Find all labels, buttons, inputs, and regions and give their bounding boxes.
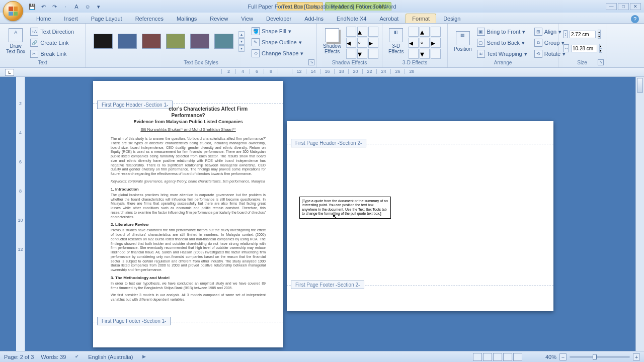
size-dialog-launcher[interactable]: ↘: [598, 59, 604, 65]
status-language[interactable]: English (Australia): [88, 354, 133, 360]
gallery-up-icon[interactable]: ▴: [238, 31, 245, 38]
view-buttons[interactable]: [473, 353, 522, 361]
threed-icon: ◧: [389, 28, 403, 42]
style-gallery[interactable]: [89, 30, 238, 53]
close-button[interactable]: ✕: [630, 3, 641, 10]
nudge-center-icon[interactable]: ◦: [357, 38, 367, 48]
help-icon[interactable]: ?: [631, 15, 639, 23]
style-swatch-3[interactable]: [142, 34, 161, 49]
threed-tilt-grid[interactable]: ▴ ◂◦▸ ▾: [407, 25, 443, 58]
tilt-down-icon[interactable]: ▾: [420, 49, 430, 59]
zoom-in-button[interactable]: +: [633, 353, 640, 360]
nudge-left-icon[interactable]: ◂: [346, 38, 356, 48]
style-swatch-2[interactable]: [118, 34, 137, 49]
draw-textbox-button[interactable]: A Draw Text Box: [3, 25, 28, 58]
tilt-left-icon[interactable]: ◂: [409, 38, 419, 48]
sec-intro: 1. Introduction: [111, 187, 266, 192]
style-swatch-6[interactable]: [214, 34, 233, 49]
style-swatch-5[interactable]: [190, 34, 209, 49]
tab-design[interactable]: Design: [437, 14, 466, 23]
change-shape-button[interactable]: ◇Change Shape ▾: [250, 48, 305, 58]
tab-format[interactable]: Format: [406, 14, 436, 23]
redo-icon[interactable]: ↷: [50, 3, 58, 11]
gallery-more-icon[interactable]: ▾: [238, 45, 245, 52]
status-page[interactable]: Page: 2 of 3: [4, 354, 34, 360]
height-input[interactable]: [570, 31, 596, 38]
zoom-thumb[interactable]: [593, 354, 597, 360]
zoom-out-button[interactable]: −: [559, 353, 567, 360]
view-web-layout[interactable]: [493, 353, 502, 361]
page-2[interactable]: First Page Header -Section 2- [Type a qu…: [287, 121, 553, 311]
width-input[interactable]: [571, 45, 597, 52]
height-up[interactable]: ▴: [598, 30, 601, 34]
position-button[interactable]: ▦ Position: [451, 25, 475, 58]
tab-page-layout[interactable]: Page Layout: [85, 14, 128, 23]
horizontal-ruler[interactable]: L 2468121416182022242628: [0, 68, 644, 77]
tab-home[interactable]: Home: [30, 14, 57, 23]
view-outline[interactable]: [503, 353, 512, 361]
threed-effects-button[interactable]: ◧ 3-D Effects: [385, 25, 407, 58]
tab-selector[interactable]: L: [5, 69, 14, 76]
doc-subtitle: Evidence from Malaysian Public Listed Co…: [111, 119, 266, 124]
maximize-button[interactable]: □: [618, 3, 629, 10]
styles-dialog-launcher[interactable]: ↘: [308, 59, 314, 65]
width-down[interactable]: ▾: [599, 48, 602, 53]
tilt-right-icon[interactable]: ▸: [431, 38, 441, 48]
nudge-down-icon[interactable]: ▾: [357, 49, 367, 59]
save-icon[interactable]: 💾: [28, 3, 36, 11]
group-label-threed: 3-D Effects: [385, 59, 444, 66]
macro-icon[interactable]: ▶: [140, 353, 148, 361]
font-icon[interactable]: A: [72, 3, 80, 11]
height-down[interactable]: ▾: [598, 34, 601, 39]
tab-view[interactable]: View: [235, 14, 259, 23]
tilt-up-icon[interactable]: ▴: [420, 27, 430, 37]
tab-endnote[interactable]: EndNote X4: [331, 14, 372, 23]
vertical-ruler[interactable]: 24681012: [16, 77, 25, 351]
tab-references[interactable]: References: [129, 14, 170, 23]
status-words[interactable]: Words: 39: [41, 354, 66, 360]
view-draft[interactable]: [513, 353, 522, 361]
bring-front-button[interactable]: ▣Bring to Front ▾: [475, 27, 529, 37]
spellcheck-icon[interactable]: ✔: [73, 353, 81, 361]
pull-quote-textbox[interactable]: [Type a quote from the document or the s…: [299, 197, 391, 219]
tab-insert[interactable]: Insert: [58, 14, 84, 23]
sec-method: 3. The Methodology and Model: [111, 276, 266, 280]
scrollbar-thumb[interactable]: [637, 78, 643, 93]
text-direction-button[interactable]: ↕AText Direction: [28, 27, 76, 37]
nudge-right-icon[interactable]: ▸: [368, 38, 378, 48]
shadow-nudge-grid[interactable]: ▴ ◂◦▸ ▾: [344, 25, 380, 58]
width-up[interactable]: ▴: [599, 44, 602, 48]
vertical-scrollbar[interactable]: [635, 77, 644, 351]
text-wrap-button[interactable]: ≋Text Wrapping ▾: [475, 49, 529, 59]
office-button[interactable]: [3, 1, 23, 21]
qat-dropdown-icon[interactable]: ▾: [95, 3, 103, 11]
create-link-button[interactable]: 🔗Create Link: [28, 38, 76, 48]
rotate-icon: ⟲: [534, 50, 542, 58]
shape-fill-button[interactable]: 🪣Shape Fill ▾: [250, 26, 305, 36]
tab-addins[interactable]: Add-Ins: [298, 14, 330, 23]
zoom-slider[interactable]: [570, 356, 630, 358]
nudge-up-icon[interactable]: ▴: [357, 27, 367, 37]
qat-sep: ·: [61, 3, 69, 11]
tilt-center-icon[interactable]: ◦: [420, 38, 430, 48]
view-print-layout[interactable]: [473, 353, 482, 361]
style-swatch-4[interactable]: [166, 34, 185, 49]
page-1[interactable]: First Page Header -Section 1- Do Board o…: [93, 81, 283, 347]
undo-icon[interactable]: ↶: [39, 3, 47, 11]
gallery-down-icon[interactable]: ▾: [238, 38, 245, 45]
send-back-button[interactable]: ▢Send to Back ▾: [475, 38, 529, 48]
emoji-icon[interactable]: ☺: [84, 3, 92, 11]
view-full-screen[interactable]: [483, 353, 492, 361]
tab-developer[interactable]: Developer: [260, 14, 297, 23]
tab-review[interactable]: Review: [204, 14, 234, 23]
break-link-button[interactable]: ✂Break Link: [28, 49, 76, 59]
style-swatch-1[interactable]: [94, 34, 113, 49]
minimize-button[interactable]: —: [606, 3, 617, 10]
zoom-level[interactable]: 40%: [545, 354, 556, 360]
tab-mailings[interactable]: Mailings: [171, 14, 203, 23]
shape-outline-button[interactable]: ✎Shape Outline ▾: [250, 37, 305, 47]
tab-acrobat[interactable]: Acrobat: [373, 14, 405, 23]
send-back-icon: ▢: [477, 39, 485, 47]
shadow-effects-button[interactable]: Shadow Effects: [320, 25, 344, 58]
doc-title-1: Do Board of Director's Characteristics A…: [111, 106, 266, 112]
